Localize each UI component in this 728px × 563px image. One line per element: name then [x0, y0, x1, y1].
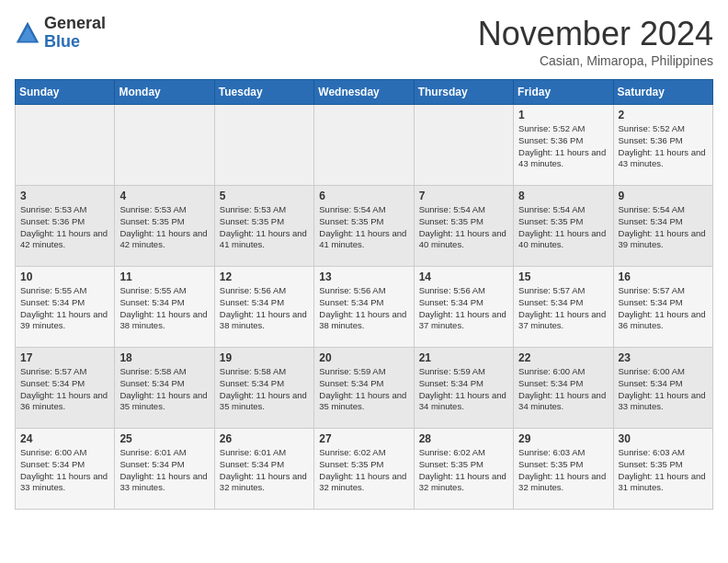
cell-info: Sunrise: 6:01 AMSunset: 5:34 PMDaylight:… [119, 447, 207, 492]
calendar-week-3: 10 Sunrise: 5:55 AMSunset: 5:34 PMDaylig… [16, 267, 713, 348]
calendar-cell: 25 Sunrise: 6:01 AMSunset: 5:34 PMDaylig… [115, 429, 214, 510]
cell-info: Sunrise: 6:02 AMSunset: 5:35 PMDaylight:… [419, 447, 506, 492]
weekday-header-sunday: Sunday [16, 80, 115, 105]
weekday-header-wednesday: Wednesday [314, 80, 414, 105]
calendar-cell: 13 Sunrise: 5:56 AMSunset: 5:34 PMDaylig… [314, 267, 414, 348]
cell-info: Sunrise: 5:56 AMSunset: 5:34 PMDaylight:… [220, 285, 307, 330]
day-number: 18 [119, 351, 209, 364]
cell-info: Sunrise: 6:03 AMSunset: 5:35 PMDaylight:… [619, 447, 706, 492]
cell-info: Sunrise: 5:54 AMSunset: 5:34 PMDaylight:… [619, 204, 706, 249]
calendar-cell: 16 Sunrise: 5:57 AMSunset: 5:34 PMDaylig… [613, 267, 712, 348]
day-number: 29 [518, 432, 608, 445]
day-number: 28 [419, 432, 508, 445]
calendar-week-5: 24 Sunrise: 6:00 AMSunset: 5:34 PMDaylig… [16, 429, 713, 510]
cell-info: Sunrise: 5:55 AMSunset: 5:34 PMDaylight:… [119, 285, 207, 330]
day-number: 9 [619, 190, 708, 202]
day-number: 1 [518, 109, 608, 121]
calendar-body: 1 Sunrise: 5:52 AMSunset: 5:36 PMDayligh… [16, 105, 713, 510]
calendar-cell: 3 Sunrise: 5:53 AMSunset: 5:36 PMDayligh… [16, 186, 115, 267]
calendar-cell: 21 Sunrise: 5:59 AMSunset: 5:34 PMDaylig… [414, 348, 513, 429]
day-number: 5 [220, 190, 309, 202]
calendar-cell: 19 Sunrise: 5:58 AMSunset: 5:34 PMDaylig… [214, 348, 313, 429]
calendar-week-2: 3 Sunrise: 5:53 AMSunset: 5:36 PMDayligh… [16, 186, 713, 267]
day-number: 19 [220, 351, 309, 364]
calendar-cell: 5 Sunrise: 5:53 AMSunset: 5:35 PMDayligh… [214, 186, 313, 267]
calendar-cell: 27 Sunrise: 6:02 AMSunset: 5:35 PMDaylig… [314, 429, 414, 510]
calendar-cell: 1 Sunrise: 5:52 AMSunset: 5:36 PMDayligh… [514, 105, 613, 186]
cell-info: Sunrise: 5:57 AMSunset: 5:34 PMDaylight:… [619, 285, 706, 330]
cell-info: Sunrise: 5:52 AMSunset: 5:36 PMDaylight:… [518, 123, 606, 168]
cell-info: Sunrise: 5:58 AMSunset: 5:34 PMDaylight:… [220, 366, 307, 411]
cell-info: Sunrise: 5:58 AMSunset: 5:34 PMDaylight:… [119, 366, 207, 411]
location-subtitle: Casian, Mimaropa, Philippines [478, 53, 713, 68]
calendar-cell: 29 Sunrise: 6:03 AMSunset: 5:35 PMDaylig… [514, 429, 613, 510]
cell-info: Sunrise: 5:56 AMSunset: 5:34 PMDaylight:… [319, 285, 406, 330]
cell-info: Sunrise: 6:03 AMSunset: 5:35 PMDaylight:… [518, 447, 606, 492]
calendar-cell [314, 105, 414, 186]
calendar-cell: 30 Sunrise: 6:03 AMSunset: 5:35 PMDaylig… [613, 429, 712, 510]
calendar-cell: 26 Sunrise: 6:01 AMSunset: 5:34 PMDaylig… [214, 429, 313, 510]
day-number: 3 [20, 190, 109, 202]
calendar-cell: 14 Sunrise: 5:56 AMSunset: 5:34 PMDaylig… [414, 267, 513, 348]
day-number: 30 [619, 432, 708, 445]
cell-info: Sunrise: 5:54 AMSunset: 5:35 PMDaylight:… [319, 204, 406, 249]
day-number: 6 [319, 190, 408, 202]
cell-info: Sunrise: 5:53 AMSunset: 5:35 PMDaylight:… [119, 204, 207, 249]
weekday-header-friday: Friday [514, 80, 613, 105]
calendar-cell: 11 Sunrise: 5:55 AMSunset: 5:34 PMDaylig… [115, 267, 214, 348]
day-number: 13 [319, 270, 408, 283]
cell-info: Sunrise: 5:57 AMSunset: 5:34 PMDaylight:… [518, 285, 606, 330]
cell-info: Sunrise: 5:53 AMSunset: 5:35 PMDaylight:… [220, 204, 307, 249]
day-number: 25 [119, 432, 209, 445]
day-number: 27 [319, 432, 408, 445]
calendar-week-4: 17 Sunrise: 5:57 AMSunset: 5:34 PMDaylig… [16, 348, 713, 429]
logo-blue-text: Blue [44, 33, 106, 52]
logo: General Blue [15, 15, 106, 52]
day-number: 26 [220, 432, 309, 445]
cell-info: Sunrise: 5:56 AMSunset: 5:34 PMDaylight:… [419, 285, 506, 330]
calendar-cell: 28 Sunrise: 6:02 AMSunset: 5:35 PMDaylig… [414, 429, 513, 510]
calendar-cell: 20 Sunrise: 5:59 AMSunset: 5:34 PMDaylig… [314, 348, 414, 429]
calendar-cell: 15 Sunrise: 5:57 AMSunset: 5:34 PMDaylig… [514, 267, 613, 348]
day-number: 8 [518, 190, 608, 202]
day-number: 14 [419, 270, 508, 283]
day-number: 17 [20, 351, 109, 364]
cell-info: Sunrise: 5:57 AMSunset: 5:34 PMDaylight:… [20, 366, 108, 411]
weekday-header-monday: Monday [115, 80, 214, 105]
cell-info: Sunrise: 6:02 AMSunset: 5:35 PMDaylight:… [319, 447, 406, 492]
calendar-cell: 7 Sunrise: 5:54 AMSunset: 5:35 PMDayligh… [414, 186, 513, 267]
day-number: 15 [518, 270, 608, 283]
day-number: 4 [119, 190, 209, 202]
calendar-cell: 6 Sunrise: 5:54 AMSunset: 5:35 PMDayligh… [314, 186, 414, 267]
day-number: 10 [20, 270, 109, 283]
calendar-cell: 12 Sunrise: 5:56 AMSunset: 5:34 PMDaylig… [214, 267, 313, 348]
day-number: 7 [419, 190, 508, 202]
calendar-cell: 4 Sunrise: 5:53 AMSunset: 5:35 PMDayligh… [115, 186, 214, 267]
day-number: 20 [319, 351, 408, 364]
day-number: 21 [419, 351, 508, 364]
weekday-header-saturday: Saturday [613, 80, 712, 105]
logo-general-text: General [44, 15, 106, 33]
logo-icon [15, 20, 40, 46]
weekday-header-tuesday: Tuesday [214, 80, 313, 105]
day-number: 2 [619, 109, 708, 121]
cell-info: Sunrise: 6:00 AMSunset: 5:34 PMDaylight:… [20, 447, 108, 492]
calendar-table: SundayMondayTuesdayWednesdayThursdayFrid… [15, 79, 713, 510]
calendar-cell: 17 Sunrise: 5:57 AMSunset: 5:34 PMDaylig… [16, 348, 115, 429]
calendar-cell [16, 105, 115, 186]
day-number: 12 [220, 270, 309, 283]
calendar-cell: 18 Sunrise: 5:58 AMSunset: 5:34 PMDaylig… [115, 348, 214, 429]
day-number: 11 [119, 270, 209, 283]
calendar-cell [115, 105, 214, 186]
logo-text: General Blue [44, 15, 106, 52]
page-header: General Blue November 2024 Casian, Mimar… [15, 15, 713, 68]
weekday-header-thursday: Thursday [414, 80, 513, 105]
day-number: 16 [619, 270, 708, 283]
calendar-week-1: 1 Sunrise: 5:52 AMSunset: 5:36 PMDayligh… [16, 105, 713, 186]
cell-info: Sunrise: 6:01 AMSunset: 5:34 PMDaylight:… [220, 447, 307, 492]
calendar-cell: 24 Sunrise: 6:00 AMSunset: 5:34 PMDaylig… [16, 429, 115, 510]
cell-info: Sunrise: 5:55 AMSunset: 5:34 PMDaylight:… [20, 285, 108, 330]
calendar-cell [414, 105, 513, 186]
calendar-cell [214, 105, 313, 186]
day-number: 24 [20, 432, 109, 445]
